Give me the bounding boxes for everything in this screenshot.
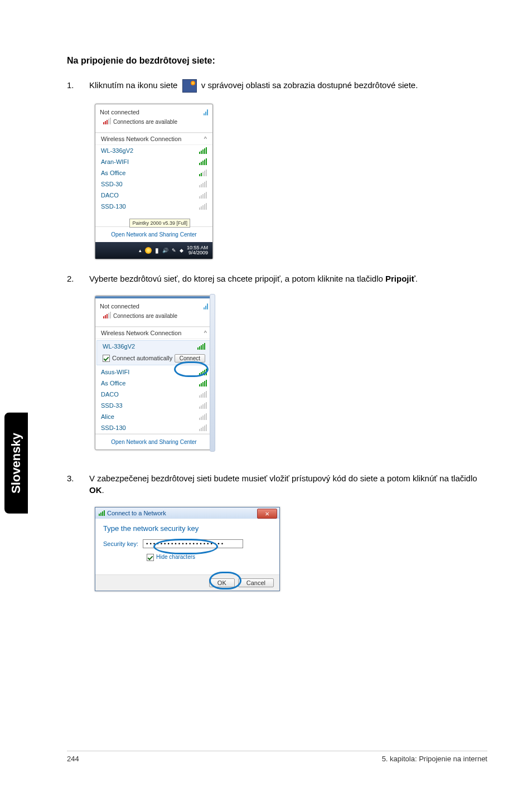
net-name: WL-336gV2 [101,147,133,154]
network-item[interactable]: DACO [95,389,212,400]
tray-action-icon[interactable] [145,247,152,254]
auto-connect-checkbox[interactable] [103,355,110,362]
step2-text: Vyberte bezdrôtovú sieť, do ktorej sa ch… [89,274,383,283]
network-item[interactable]: WL-336gV2 [95,145,212,156]
collapse-icon[interactable]: ^ [204,330,207,336]
period: . [102,485,104,495]
security-dialog: Connect to a Network ✕ Type the network … [95,507,280,591]
network-item[interactable]: SSD-130 [95,422,212,434]
open-center-link[interactable]: Open Network and Sharing Center [95,226,212,242]
step-2: 2. Vyberte bezdrôtovú sieť, do ktorej sa… [67,273,487,284]
network-item[interactable]: Alice [95,411,212,422]
signal-icon [199,391,207,398]
step-text: Kliknutím na ikonu siete v správovej obl… [89,79,487,93]
close-icon: ✕ [265,511,269,517]
conn-avail-label: Connections are available [113,313,177,319]
dialog-heading: Type the network security key [103,524,272,533]
network-item[interactable]: Aran-WIFI [95,156,212,167]
network-item[interactable]: SSD-33 [95,400,212,411]
chapter-label: 5. kapitola: Pripojenie na internet [382,755,487,763]
signal-icon [199,413,207,420]
ok-button[interactable]: OK [209,578,235,587]
net-name: As Office [101,170,125,176]
page-content: Na pripojenie do bezdrôtovej siete: 1. K… [0,0,532,613]
section-heading: Na pripojenie do bezdrôtovej siete: [67,56,487,66]
step-1: 1. Kliknutím na ikonu siete v správovej … [67,79,487,93]
signal-icon [199,402,207,409]
section-label: Wireless Network Connection [101,136,181,142]
field-label: Security key: [103,540,138,547]
not-connected-label: Not connected [100,109,139,115]
net-name: SSD-130 [101,424,126,431]
page-footer: 244 5. kapitola: Pripojenie na internet [67,751,487,763]
step-number: 1. [67,79,89,93]
signal-icon [199,369,207,375]
flyout-header: Not connected Connections are available [95,104,212,133]
signal-icon [199,147,207,154]
period: . [415,274,418,283]
signal-icon [199,158,207,165]
network-item-selected[interactable]: WL-336gV2 Connect automatically Connect [96,340,211,365]
net-name: SSD-30 [101,181,123,187]
net-name: Asus-WIFI [101,369,129,375]
auto-connect-label: Connect automatically [112,355,172,361]
step-number: 2. [67,273,89,284]
network-item[interactable]: Asus-WIFI [95,366,212,378]
dialog-title-text: Connect to a Network [107,510,166,516]
tray-chevron-icon[interactable]: ▴ [139,248,142,253]
tray-icon[interactable]: ◆ [180,248,183,253]
network-flyout-2: Not connected Connections are available … [95,296,213,450]
taskbar: ▴ ▮ 🔊 ✎ ◆ 10:55 AM 9/4/2009 [95,242,212,259]
step-text: V zabezpečenej bezdrôtovej sieti budete … [89,472,487,496]
step3-text: V zabezpečenej bezdrôtovej sieti budete … [89,474,477,483]
signal-icon [199,380,207,386]
close-button[interactable]: ✕ [257,509,277,519]
collapse-icon[interactable]: ^ [204,136,207,142]
dialog-titlebar: Connect to a Network ✕ [95,508,279,519]
conn-avail-label: Connections are available [113,119,177,125]
section-label: Wireless Network Connection [101,330,181,336]
hide-chars-checkbox[interactable] [147,554,154,561]
step-text: Vyberte bezdrôtovú sieť, do ktorej sa ch… [89,273,487,284]
tray-network-icon[interactable]: ▮ [155,247,159,254]
step-3: 3. V zabezpečenej bezdrôtovej sieti bude… [67,472,487,496]
net-name: SSD-130 [101,203,126,210]
tooltip: Paintky 2000 v5.39 [Full] [129,219,190,228]
signal-bars-icon [103,118,111,125]
language-tab: Slovensky [4,413,28,514]
open-center-link[interactable]: Open Network and Sharing Center [95,434,212,450]
tray-network-icon [182,79,197,93]
net-name: DACO [101,391,119,398]
step-number: 3. [67,472,89,496]
signal-icon [199,424,207,431]
net-name: WL-336gV2 [103,343,135,350]
cancel-button[interactable]: Cancel [238,578,274,587]
network-item[interactable]: DACO [95,190,212,201]
network-item[interactable]: As Office [95,378,212,389]
connect-button[interactable]: Connect [175,354,205,363]
refresh-icon[interactable] [204,109,208,115]
net-name: SSD-33 [101,402,123,409]
hide-chars-label: Hide characters [156,554,195,560]
step2-bold: Pripojiť [385,274,415,283]
step3-bold: OK [89,485,102,495]
signal-icon [199,170,207,176]
step1-a: Kliknutím na ikonu siete [89,80,180,90]
signal-icon [199,203,207,210]
network-item[interactable]: SSD-30 [95,178,212,190]
not-connected-label: Not connected [100,303,139,310]
flyout-header: Not connected Connections are available [95,298,212,327]
network-item[interactable]: As Office [95,167,212,178]
net-name: DACO [101,192,119,199]
net-name: As Office [101,380,125,386]
scrollbar[interactable] [210,294,215,452]
network-flyout-1: Not connected Connections are available … [95,104,213,259]
dialog-icon [99,510,105,516]
tray-pen-icon[interactable]: ✎ [172,248,176,253]
step1-b: v správovej oblasti sa zobrazia dostupné… [201,80,418,90]
refresh-icon[interactable] [204,303,208,310]
tray-sound-icon[interactable]: 🔊 [162,248,168,253]
signal-icon [197,343,205,350]
net-name: Alice [101,413,114,420]
security-key-input[interactable] [143,539,243,548]
